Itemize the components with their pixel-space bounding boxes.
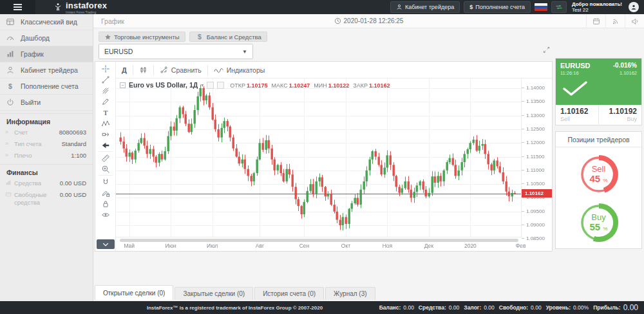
sidebar-data-row: »Тип счетаStandard bbox=[0, 138, 93, 150]
sidebar-item-power[interactable]: Выйти bbox=[0, 95, 93, 111]
price-tick-label: 1.14000 bbox=[522, 85, 552, 91]
brand-subtitle: Instant Forex Trading bbox=[66, 11, 107, 14]
bottom-tab[interactable]: Открытые сделки (0) bbox=[95, 285, 173, 300]
candlestick-style-icon bbox=[139, 66, 147, 75]
clock-icon bbox=[334, 17, 341, 24]
welcome-text: Добро пожаловать! Test 22 bbox=[572, 1, 622, 13]
stat-value: 0.00 bbox=[623, 303, 638, 312]
buy-label: Buy bbox=[603, 116, 637, 122]
timeframe-button[interactable]: Д bbox=[116, 62, 133, 78]
time-tick-label: 2020 bbox=[464, 243, 477, 249]
magnet-tool-icon[interactable] bbox=[97, 176, 114, 187]
buy-button[interactable]: 1.10192 Buy bbox=[598, 105, 641, 125]
sidebar-item-label: График bbox=[21, 50, 44, 58]
bottom-tab[interactable]: Журнал (3) bbox=[325, 287, 375, 300]
brand-logo[interactable]: instaforex Instant Forex Trading bbox=[53, 0, 107, 14]
hamburger-icon bbox=[14, 3, 22, 12]
top-bar: instaforex Instant Forex Trading Кабинет… bbox=[0, 0, 644, 14]
trader-cabinet-button[interactable]: Кабинет трейдера bbox=[390, 1, 460, 13]
time-axis[interactable]: МайИюнИюлАвгСенОктНояДек2020Фев bbox=[116, 237, 522, 252]
stat-value: 0.00 bbox=[403, 304, 414, 311]
deposit-button[interactable]: $ Пополнение счета bbox=[464, 1, 531, 13]
compare-label: Сравнить bbox=[171, 66, 202, 74]
price-tick-label: 1.10500 bbox=[522, 181, 552, 187]
page-header: График 2020-01-28 12:26:25 bbox=[93, 14, 644, 28]
bottom-tab[interactable]: Закрытые сделки (0) bbox=[175, 287, 253, 300]
price-tick-label: 1.12500 bbox=[522, 126, 552, 132]
quote-card: EURUSD 11:26:16 -0.016% 1.10162 1.10162 … bbox=[555, 58, 642, 125]
quick-button-instruments[interactable]: Торговые инструменты bbox=[99, 32, 185, 42]
pattern-tool-icon[interactable] bbox=[97, 118, 114, 129]
sidebar-item-dashboard[interactable]: Дашборд bbox=[0, 30, 93, 46]
quick-button-balance[interactable]: $Баланс и Средства bbox=[189, 32, 267, 42]
server-datetime: 2020-01-28 12:26:25 bbox=[93, 17, 644, 24]
trend-line-tool-icon[interactable] bbox=[97, 74, 114, 85]
chart-widget: T Д Сравнить Индикаторы − Euro vs US Dol… bbox=[95, 61, 553, 252]
ohlc-item: МАКС1.10247 bbox=[272, 82, 310, 89]
price-tick-label: 1.11500 bbox=[522, 154, 552, 160]
toolbar-collapse-button[interactable] bbox=[97, 239, 115, 249]
drawing-lock-tool-icon[interactable] bbox=[97, 187, 114, 198]
dollar-icon: $ bbox=[0, 82, 21, 91]
sidebar-item-label: Классический вид bbox=[21, 18, 77, 26]
sidebar-item-label: Выйти bbox=[21, 98, 41, 106]
exchange-button[interactable] bbox=[551, 1, 567, 13]
sidebar-item-label: Дашборд bbox=[21, 34, 50, 42]
text-tool-tool-icon[interactable]: T bbox=[97, 107, 114, 118]
sidebar-data-row: »Счет80800693 bbox=[0, 127, 93, 138]
indicators-icon bbox=[214, 66, 223, 73]
sell-button[interactable]: 1.10162 Sell bbox=[556, 105, 598, 125]
candlestick-canvas[interactable] bbox=[116, 78, 522, 237]
legend-toggle-icon[interactable] bbox=[217, 82, 224, 89]
symbol-select[interactable]: EURUSD ▼ bbox=[99, 44, 253, 59]
brush-tool-icon[interactable] bbox=[97, 96, 114, 107]
zoom-in-tool-icon[interactable] bbox=[97, 163, 114, 174]
indicators-button[interactable]: Индикаторы bbox=[208, 62, 271, 78]
user-icon bbox=[0, 66, 21, 75]
time-tick-label: Дек bbox=[424, 243, 433, 249]
stat-label: Баланс: bbox=[379, 304, 401, 311]
chevron-right-icon: » bbox=[5, 129, 14, 135]
bottom-tab[interactable]: История счета (0) bbox=[254, 287, 324, 300]
fullscreen-expand-button[interactable] bbox=[540, 44, 552, 55]
compare-button[interactable]: Сравнить bbox=[154, 62, 207, 78]
chart-bars-icon bbox=[0, 50, 21, 59]
exchange-arrows-icon bbox=[555, 4, 563, 10]
sidebar-item-chart-bars[interactable]: График bbox=[0, 46, 93, 62]
chart-style-button[interactable] bbox=[133, 62, 153, 78]
sidebar-item-user[interactable]: Кабинет трейдера bbox=[0, 62, 93, 78]
hamburger-menu-button[interactable] bbox=[0, 0, 35, 14]
symbol-select-value: EURUSD bbox=[104, 48, 133, 55]
time-tick-label: Окт bbox=[341, 243, 350, 249]
classic-view-icon bbox=[0, 17, 21, 26]
gann-tool-icon[interactable] bbox=[97, 85, 114, 96]
price-tick-label: 1.08500 bbox=[522, 236, 552, 241]
forecast-tool-icon[interactable] bbox=[97, 129, 114, 140]
eye-tool-icon[interactable] bbox=[97, 209, 114, 220]
sidebar-info-title: Информация bbox=[0, 113, 93, 127]
legend-collapse-icon[interactable]: − bbox=[120, 82, 126, 88]
price-tick-label: 1.11000 bbox=[522, 167, 552, 173]
sidebar-item-dollar[interactable]: $Пополнение счета bbox=[0, 78, 93, 95]
status-bar: InstaForex™ is a registered trademark of… bbox=[0, 301, 644, 314]
card-icon bbox=[5, 191, 14, 199]
sidebar-data-row: Средства0.00 USD bbox=[0, 178, 93, 189]
russian-flag-language-button[interactable] bbox=[535, 3, 547, 11]
chevron-down-icon[interactable]: ▾ bbox=[201, 82, 204, 88]
star-icon bbox=[104, 33, 111, 41]
chart-symbol-title[interactable]: Euro vs US Dollar, 1Д bbox=[129, 81, 198, 89]
dashboard-icon bbox=[0, 33, 21, 42]
lock-tool-icon[interactable] bbox=[97, 198, 114, 209]
price-axis[interactable]: 1.140001.135001.130001.125001.120001.115… bbox=[521, 78, 552, 237]
arrow-marker-tool-icon[interactable] bbox=[97, 140, 114, 151]
user-avatar[interactable] bbox=[629, 2, 639, 12]
sidebar-data-row: Свободные средства0.00 USD bbox=[0, 189, 93, 208]
indicators-label: Индикаторы bbox=[227, 66, 265, 74]
crosshair-tool-icon[interactable] bbox=[97, 63, 114, 74]
legend-toggle-icon[interactable] bbox=[207, 82, 214, 89]
svg-text:$: $ bbox=[198, 33, 202, 41]
bottom-tabs: Открытые сделки (0)Закрытые сделки (0)Ис… bbox=[95, 285, 377, 300]
ruler-tool-icon[interactable] bbox=[97, 152, 114, 163]
trader-cabinet-label: Кабинет трейдера bbox=[405, 4, 454, 10]
sidebar-item-classic-view[interactable]: Классический вид bbox=[0, 14, 93, 30]
